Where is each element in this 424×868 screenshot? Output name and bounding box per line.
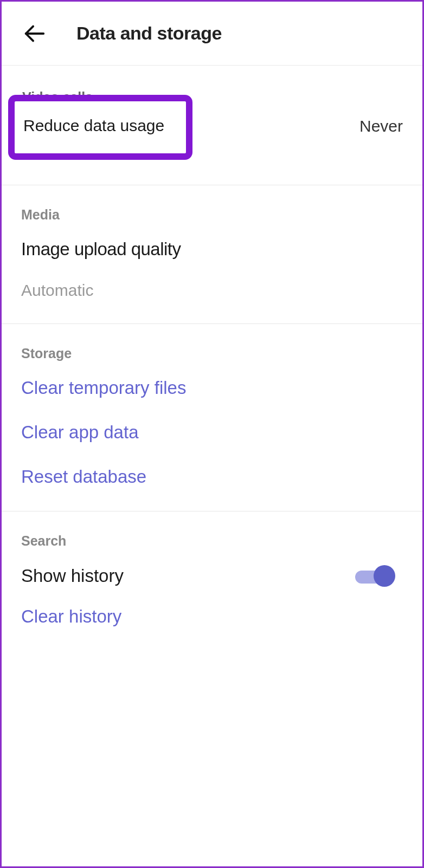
app-header: Data and storage bbox=[2, 2, 422, 66]
clear-app-data-link[interactable]: Clear app data bbox=[21, 422, 403, 443]
show-history-label: Show history bbox=[21, 566, 124, 586]
section-header-search: Search bbox=[21, 533, 403, 549]
page-title: Data and storage bbox=[76, 23, 222, 44]
section-search: Search Show history Clear history bbox=[2, 511, 422, 651]
toggle-knob bbox=[374, 565, 395, 587]
clear-history-link[interactable]: Clear history bbox=[21, 606, 403, 627]
back-button[interactable] bbox=[19, 18, 49, 49]
section-video-calls: Video calls Reduce data usage Never bbox=[2, 66, 422, 185]
reduce-data-usage-row[interactable]: Reduce data usage Never bbox=[21, 93, 403, 160]
section-header-storage: Storage bbox=[21, 346, 403, 361]
clear-temporary-files-link[interactable]: Clear temporary files bbox=[21, 378, 403, 398]
image-upload-quality-label: Image upload quality bbox=[21, 239, 403, 260]
image-upload-quality-value: Automatic bbox=[21, 281, 403, 300]
section-storage: Storage Clear temporary files Clear app … bbox=[2, 324, 422, 511]
section-media: Media Image upload quality Automatic bbox=[2, 185, 422, 324]
reset-database-link[interactable]: Reset database bbox=[21, 467, 403, 487]
highlight-annotation: Reduce data usage bbox=[8, 95, 192, 160]
reduce-data-usage-label: Reduce data usage bbox=[23, 116, 177, 135]
arrow-left-icon bbox=[22, 21, 47, 46]
reduce-data-usage-value: Never bbox=[359, 117, 403, 135]
image-upload-quality-row[interactable]: Image upload quality Automatic bbox=[21, 239, 403, 300]
show-history-row[interactable]: Show history bbox=[21, 565, 403, 587]
section-header-media: Media bbox=[21, 207, 403, 223]
show-history-toggle[interactable] bbox=[355, 565, 392, 587]
